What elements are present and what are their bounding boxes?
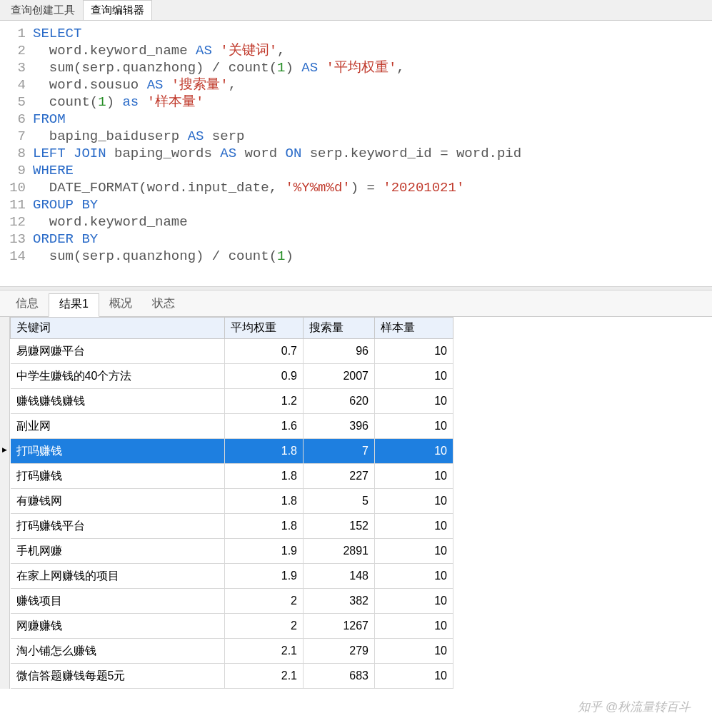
table-row[interactable]: 中学生赚钱的40个方法0.9200710: [11, 364, 453, 389]
code-line[interactable]: word.sousuo AS '搜索量',: [33, 76, 521, 93]
code-line[interactable]: DATE_FORMAT(word.input_date, '%Y%m%d') =…: [33, 179, 521, 196]
cell-keyword[interactable]: 打码赚钱平台: [11, 514, 225, 539]
cell-weight[interactable]: 1.8: [225, 439, 304, 464]
cell-weight[interactable]: 2.1: [225, 639, 304, 664]
row-marker: [0, 362, 9, 387]
code-line[interactable]: SELECT: [33, 25, 521, 42]
cell-keyword[interactable]: 微信答题赚钱每题5元: [11, 664, 225, 689]
cell-search[interactable]: 2891: [304, 539, 375, 564]
table-row[interactable]: 打码赚钱平台1.815210: [11, 514, 453, 539]
cell-weight[interactable]: 1.8: [225, 489, 304, 514]
code-line[interactable]: LEFT JOIN baping_words AS word ON serp.k…: [33, 145, 521, 162]
cell-keyword[interactable]: 网赚赚钱: [11, 614, 225, 639]
cell-sample[interactable]: 10: [375, 339, 453, 364]
cell-keyword[interactable]: 打吗赚钱: [11, 439, 225, 464]
cell-search[interactable]: 96: [304, 339, 375, 364]
sql-code-area[interactable]: SELECT word.keyword_name AS '关键词', sum(s…: [33, 25, 521, 265]
cell-weight[interactable]: 2: [225, 614, 304, 639]
cell-search[interactable]: 148: [304, 564, 375, 589]
cell-keyword[interactable]: 有赚钱网: [11, 489, 225, 514]
table-row[interactable]: 微信答题赚钱每题5元2.168310: [11, 664, 453, 689]
cell-weight[interactable]: 1.2: [225, 389, 304, 414]
sql-editor[interactable]: 1234567891011121314 SELECT word.keyword_…: [0, 21, 712, 286]
code-line[interactable]: ORDER BY: [33, 231, 521, 248]
cell-keyword[interactable]: 打码赚钱: [11, 464, 225, 489]
cell-keyword[interactable]: 副业网: [11, 414, 225, 439]
code-line[interactable]: sum(serp.quanzhong) / count(1): [33, 248, 521, 265]
table-row[interactable]: 赚钱赚钱赚钱1.262010: [11, 389, 453, 414]
cell-keyword[interactable]: 手机网赚: [11, 539, 225, 564]
cell-sample[interactable]: 10: [375, 589, 453, 614]
cell-weight[interactable]: 2: [225, 589, 304, 614]
line-number: 1: [6, 25, 26, 42]
cell-sample[interactable]: 10: [375, 464, 453, 489]
cell-weight[interactable]: 2.1: [225, 664, 304, 689]
cell-sample[interactable]: 10: [375, 364, 453, 389]
cell-search[interactable]: 2007: [304, 364, 375, 389]
cell-sample[interactable]: 10: [375, 664, 453, 689]
cell-weight[interactable]: 1.8: [225, 464, 304, 489]
cell-sample[interactable]: 10: [375, 614, 453, 639]
cell-sample[interactable]: 10: [375, 389, 453, 414]
cell-keyword[interactable]: 在家上网赚钱的项目: [11, 564, 225, 589]
tab-query-builder[interactable]: 查询创建工具: [3, 0, 83, 20]
cell-weight[interactable]: 1.9: [225, 539, 304, 564]
cell-search[interactable]: 7: [304, 439, 375, 464]
table-row[interactable]: 打码赚钱1.822710: [11, 464, 453, 489]
tab-status[interactable]: 状态: [142, 293, 185, 316]
cell-weight[interactable]: 0.9: [225, 364, 304, 389]
cell-sample[interactable]: 10: [375, 564, 453, 589]
cell-keyword[interactable]: 中学生赚钱的40个方法: [11, 364, 225, 389]
code-line[interactable]: count(1) as '样本量': [33, 93, 521, 111]
cell-keyword[interactable]: 易赚网赚平台: [11, 339, 225, 364]
cell-weight[interactable]: 1.8: [225, 514, 304, 539]
cell-sample[interactable]: 10: [375, 514, 453, 539]
table-row[interactable]: 淘小铺怎么赚钱2.127910: [11, 639, 453, 664]
table-row[interactable]: 赚钱项目238210: [11, 589, 453, 614]
col-header-keyword[interactable]: 关键词: [11, 318, 225, 339]
cell-weight[interactable]: 1.9: [225, 564, 304, 589]
code-line[interactable]: word.keyword_name AS '关键词',: [33, 42, 521, 59]
cell-search[interactable]: 152: [304, 514, 375, 539]
tab-profile[interactable]: 概况: [99, 293, 142, 316]
col-header-search[interactable]: 搜索量: [304, 318, 375, 339]
table-row[interactable]: 打吗赚钱1.8710: [11, 439, 453, 464]
cell-search[interactable]: 279: [304, 639, 375, 664]
cell-search[interactable]: 227: [304, 464, 375, 489]
cell-weight[interactable]: 0.7: [225, 339, 304, 364]
cell-keyword[interactable]: 淘小铺怎么赚钱: [11, 639, 225, 664]
cell-keyword[interactable]: 赚钱赚钱赚钱: [11, 389, 225, 414]
cell-weight[interactable]: 1.6: [225, 414, 304, 439]
cell-search[interactable]: 1267: [304, 614, 375, 639]
cell-search[interactable]: 683: [304, 664, 375, 689]
cell-sample[interactable]: 10: [375, 489, 453, 514]
cell-keyword[interactable]: 赚钱项目: [11, 589, 225, 614]
cell-sample[interactable]: 10: [375, 539, 453, 564]
table-row[interactable]: 手机网赚1.9289110: [11, 539, 453, 564]
table-row[interactable]: 副业网1.639610: [11, 414, 453, 439]
cell-sample[interactable]: 10: [375, 439, 453, 464]
row-indicator-gutter: [0, 317, 10, 689]
tab-query-editor[interactable]: 查询编辑器: [83, 0, 152, 20]
code-line[interactable]: word.keyword_name: [33, 213, 521, 231]
code-line[interactable]: baping_baiduserp AS serp: [33, 128, 521, 145]
code-line[interactable]: WHERE: [33, 162, 521, 179]
cell-sample[interactable]: 10: [375, 414, 453, 439]
cell-search[interactable]: 382: [304, 589, 375, 614]
tab-info[interactable]: 信息: [6, 293, 49, 316]
cell-sample[interactable]: 10: [375, 639, 453, 664]
table-row[interactable]: 有赚钱网1.8510: [11, 489, 453, 514]
cell-search[interactable]: 620: [304, 389, 375, 414]
col-header-sample[interactable]: 样本量: [375, 318, 453, 339]
cell-search[interactable]: 5: [304, 489, 375, 514]
tab-result1[interactable]: 结果1: [49, 293, 99, 317]
code-line[interactable]: GROUP BY: [33, 196, 521, 213]
cell-search[interactable]: 396: [304, 414, 375, 439]
code-line[interactable]: FROM: [33, 111, 521, 128]
table-row[interactable]: 易赚网赚平台0.79610: [11, 339, 453, 364]
col-header-weight[interactable]: 平均权重: [225, 318, 304, 339]
table-row[interactable]: 网赚赚钱2126710: [11, 614, 453, 639]
code-line[interactable]: sum(serp.quanzhong) / count(1) AS '平均权重'…: [33, 59, 521, 76]
table-row[interactable]: 在家上网赚钱的项目1.914810: [11, 564, 453, 589]
results-table[interactable]: 关键词 平均权重 搜索量 样本量 易赚网赚平台0.79610中学生赚钱的40个方…: [10, 317, 453, 689]
